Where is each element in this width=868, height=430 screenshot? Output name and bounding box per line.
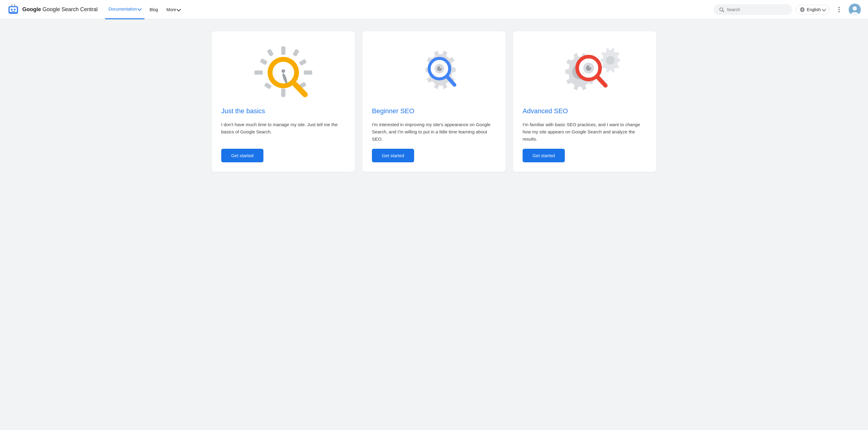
svg-rect-4 — [11, 11, 15, 12]
avatar[interactable] — [849, 4, 861, 16]
logo-icon — [7, 4, 19, 16]
globe-icon — [800, 7, 805, 12]
nav-more[interactable]: More — [163, 0, 184, 19]
logo-link[interactable]: Google Google Search Central — [7, 4, 98, 16]
svg-rect-19 — [281, 46, 285, 55]
illustration-beginner-seo — [372, 41, 496, 101]
card-beginner-seo-cta[interactable]: Get started — [372, 149, 414, 162]
svg-point-2 — [11, 9, 13, 10]
svg-rect-28 — [267, 49, 274, 57]
more-vert-icon — [838, 7, 840, 12]
more-vert-button[interactable] — [833, 4, 845, 16]
svg-point-33 — [281, 69, 285, 73]
header-right: English — [714, 4, 861, 16]
cards-grid: Just the basics I don't have much time t… — [212, 31, 656, 172]
chevron-down-icon — [822, 7, 826, 11]
card-advanced-seo-description: I'm familiar with basic SEO practices, a… — [523, 121, 647, 143]
svg-rect-25 — [264, 82, 272, 89]
logo-text: Google Google Search Central — [22, 6, 98, 13]
svg-point-38 — [440, 67, 441, 68]
search-icon — [719, 7, 724, 12]
card-beginner-seo-title: Beginner SEO — [372, 107, 496, 115]
site-header: Google Google Search Central Documentati… — [0, 0, 868, 19]
card-just-basics-title: Just the basics — [221, 107, 345, 115]
card-just-basics-description: I don't have much time to manage my site… — [221, 121, 345, 143]
nav-blog[interactable]: Blog — [146, 0, 161, 19]
card-just-basics-cta[interactable]: Get started — [221, 149, 264, 162]
svg-point-45 — [589, 66, 591, 68]
svg-point-8 — [14, 4, 16, 5]
avatar-image — [849, 4, 861, 16]
svg-rect-27 — [260, 58, 268, 65]
chevron-down-icon — [137, 7, 142, 11]
card-advanced-seo: Advanced SEO I'm familiar with basic SEO… — [513, 31, 656, 172]
card-beginner-seo-description: I'm interested in improving my site's ap… — [372, 121, 496, 143]
main-content: Just the basics I don't have much time t… — [202, 19, 666, 184]
svg-rect-26 — [254, 70, 263, 75]
search-input[interactable] — [727, 7, 787, 12]
svg-line-10 — [722, 10, 724, 12]
svg-rect-21 — [299, 59, 307, 66]
card-advanced-seo-cta[interactable]: Get started — [523, 149, 565, 162]
illustration-just-basics — [221, 41, 345, 101]
svg-line-46 — [597, 76, 606, 86]
language-label: English — [807, 7, 821, 12]
main-nav: Documentation Blog More — [105, 0, 711, 19]
svg-rect-24 — [281, 89, 285, 97]
language-button[interactable]: English — [796, 5, 830, 14]
card-advanced-seo-title: Advanced SEO — [523, 107, 647, 115]
illustration-advanced-seo — [523, 41, 647, 101]
svg-point-7 — [11, 4, 13, 5]
card-just-basics: Just the basics I don't have much time t… — [212, 31, 355, 172]
chevron-down-icon — [177, 7, 181, 11]
svg-point-17 — [852, 6, 857, 10]
svg-rect-20 — [292, 49, 299, 57]
svg-rect-22 — [304, 70, 312, 75]
nav-documentation[interactable]: Documentation — [105, 0, 145, 19]
search-bar[interactable] — [714, 4, 792, 15]
card-beginner-seo: Beginner SEO I'm interested in improving… — [362, 31, 506, 172]
svg-point-40 — [606, 56, 615, 65]
svg-point-3 — [14, 9, 16, 10]
